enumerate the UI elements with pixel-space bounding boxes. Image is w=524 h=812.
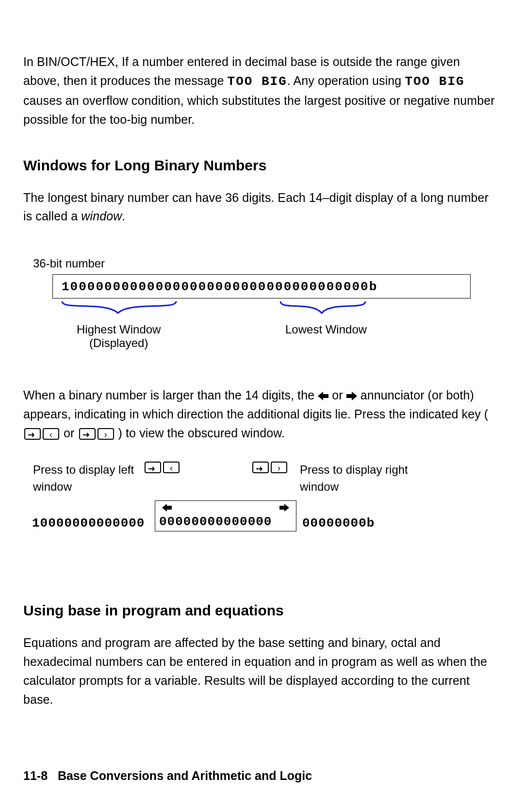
text-italic: window [81,209,122,223]
label-lowest-window: Lowest Window [285,323,367,336]
display-segment-right: 00000000b [302,516,375,530]
arrow-left-icon [162,504,172,512]
message-too-big: TOO BIG [405,74,464,89]
label-highest-window: Highest Window (Displayed) [77,323,161,350]
svg-marker-4 [279,504,289,512]
svg-marker-3 [162,504,172,512]
paragraph-windows-intro: The longest binary number can have 36 di… [23,188,495,226]
paragraph-using-base: Equations and program are affected by th… [23,633,495,709]
text: causes an overflow condition, which subs… [23,94,495,126]
message-too-big: TOO BIG [228,74,287,89]
paragraph-overflow: In BIN/OCT/HEX, If a number entered in d… [23,52,495,129]
key-shift [24,428,41,440]
brace-right-icon [280,301,365,313]
heading-using-base: Using base in program and equations [23,602,495,619]
display-box: 100000000000000000000000000000000000b [52,274,471,298]
display-segment-mid: 00000000000000 [159,514,272,529]
key-cluster-right: › [251,462,288,473]
document-page: In BIN/OCT/HEX, If a number entered in d… [0,0,524,812]
figure-window-scroll: Press to display left window ‹ › Press t… [23,462,495,559]
key-right-angle: › [98,428,114,440]
shift-arrow-icon [27,431,38,438]
label-press-right: Press to display right window [300,462,408,496]
shift-arrow-icon [147,465,158,472]
shift-arrow-icon [82,431,93,438]
heading-windows: Windows for Long Binary Numbers [23,157,495,174]
key-right-angle: › [271,462,287,473]
label-press-left: Press to display left window [33,462,134,496]
footer-page-number: 11-8 [23,769,48,782]
text: or [64,426,78,440]
key-left-angle: ‹ [163,462,180,473]
figure-36bit-number: 36-bit number 10000000000000000000000000… [23,257,495,357]
display-number: 100000000000000000000000000000000000b [62,280,377,294]
brace-left-icon [62,301,176,313]
brace-svg [23,298,489,322]
key-shift [79,428,96,440]
arrow-left-icon [318,392,328,400]
footer-chapter-title: Base Conversions and Arithmetic and Logi… [58,769,312,782]
key-shift [145,462,161,473]
display-segment-left: 10000000000000 [32,516,145,530]
text: . Any operation using [287,74,405,87]
shift-arrow-icon [255,465,266,472]
key-left-angle: ‹ [43,428,59,440]
text: or [332,388,346,402]
page-footer: 11-8 Base Conversions and Arithmetic and… [23,769,312,783]
display-box-mid: 00000000000000 [155,500,296,531]
svg-marker-0 [318,392,328,400]
arrow-right-icon [346,392,357,400]
arrow-right-icon [279,504,289,512]
key-cluster-left: ‹ [144,462,180,473]
paragraph-annunciator: When a binary number is larger than the … [23,386,495,442]
key-shift [252,462,269,473]
svg-marker-1 [346,392,357,400]
figure-caption-top: 36-bit number [33,257,495,270]
text: ) to view the obscured window. [118,426,285,440]
text: . [122,209,125,223]
text: When a binary number is larger than the … [23,388,318,402]
